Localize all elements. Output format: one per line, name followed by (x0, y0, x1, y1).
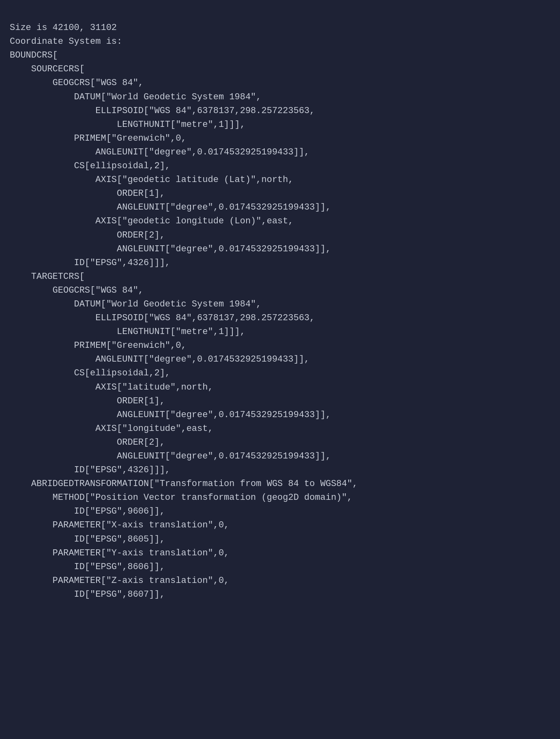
code-line: BOUNDCRS[ (10, 49, 550, 62)
code-line: ORDER[1], (10, 187, 550, 201)
code-line: ID["EPSG",8606]], (10, 560, 550, 574)
code-line: PARAMETER["X-axis translation",0, (10, 518, 550, 532)
code-line: ANGLEUNIT["degree",0.0174532925199433]], (10, 201, 550, 214)
code-line: PRIMEM["Greenwich",0, (10, 132, 550, 146)
code-line: AXIS["longitude",east, (10, 422, 550, 436)
code-line: GEOGCRS["WGS 84", (10, 76, 550, 90)
code-line: PRIMEM["Greenwich",0, (10, 339, 550, 353)
code-line: LENGTHUNIT["metre",1]]], (10, 118, 550, 132)
code-line: ELLIPSOID["WGS 84",6378137,298.257223563… (10, 104, 550, 118)
code-line: AXIS["geodetic longitude (Lon)",east, (10, 214, 550, 228)
code-line: ANGLEUNIT["degree",0.0174532925199433]], (10, 408, 550, 422)
code-line: ANGLEUNIT["degree",0.0174532925199433]], (10, 353, 550, 366)
code-line: ANGLEUNIT["degree",0.0174532925199433]], (10, 450, 550, 463)
code-line: CS[ellipsoidal,2], (10, 366, 550, 380)
code-line: METHOD["Position Vector transformation (… (10, 491, 550, 505)
code-line: ABRIDGEDTRANSFORMATION["Transformation f… (10, 477, 550, 491)
code-line: ORDER[2], (10, 229, 550, 242)
code-line: ANGLEUNIT["degree",0.0174532925199433]], (10, 242, 550, 256)
code-line: ID["EPSG",8607]], (10, 588, 550, 602)
code-line: DATUM["World Geodetic System 1984", (10, 90, 550, 104)
code-line: ID["EPSG",4326]]], (10, 256, 550, 270)
code-line: Coordinate System is: (10, 35, 550, 49)
code-line: AXIS["geodetic latitude (Lat)",north, (10, 173, 550, 187)
code-line: CS[ellipsoidal,2], (10, 159, 550, 173)
code-line: AXIS["latitude",north, (10, 381, 550, 394)
code-line: SOURCECRS[ (10, 62, 550, 76)
code-line: LENGTHUNIT["metre",1]]], (10, 325, 550, 339)
code-line: DATUM["World Geodetic System 1984", (10, 298, 550, 311)
code-line: ID["EPSG",9606]], (10, 505, 550, 518)
code-line: ID["EPSG",8605]], (10, 533, 550, 546)
code-line: GEOGCRS["WGS 84", (10, 284, 550, 298)
code-output: Size is 42100, 31102Coordinate System is… (10, 7, 550, 602)
code-line: ORDER[2], (10, 436, 550, 450)
code-line: ORDER[1], (10, 394, 550, 408)
code-line: TARGETCRS[ (10, 270, 550, 284)
code-line: PARAMETER["Y-axis translation",0, (10, 546, 550, 560)
code-line: ANGLEUNIT["degree",0.0174532925199433]], (10, 146, 550, 159)
code-line: ELLIPSOID["WGS 84",6378137,298.257223563… (10, 311, 550, 325)
code-line: Size is 42100, 31102 (10, 21, 550, 35)
code-line: ID["EPSG",4326]]], (10, 463, 550, 477)
code-line: PARAMETER["Z-axis translation",0, (10, 574, 550, 588)
